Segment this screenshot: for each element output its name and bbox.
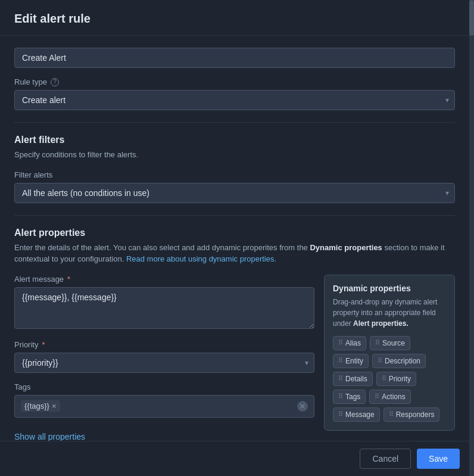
cancel-button[interactable]: Cancel — [360, 449, 411, 469]
edit-alert-rule-modal: Edit alert rule Rule type ? Create alert… — [0, 0, 474, 476]
prop-tag-label: Source — [382, 339, 405, 347]
rule-name-group — [14, 48, 455, 68]
tags-input-wrapper[interactable]: {{tags}} × ✕ — [14, 395, 314, 418]
alert-filters-desc: Specify conditions to filter the alerts. — [14, 149, 455, 161]
alert-properties-desc-pre: Enter the details of the alert. You can … — [14, 243, 310, 252]
drag-icon: ⠿ — [338, 357, 343, 365]
modal-header: Edit alert rule — [0, 0, 474, 36]
prop-tag-label: Alias — [345, 339, 361, 347]
prop-tag-label: Entity — [345, 357, 363, 365]
drag-icon: ⠿ — [382, 375, 386, 382]
drag-icon: ⠿ — [375, 339, 380, 347]
show-all-properties-link[interactable]: Show all properties — [14, 432, 85, 441]
dynamic-prop-tag-details[interactable]: ⠿Details — [333, 372, 373, 386]
alert-message-group: Alert message * — [14, 275, 314, 331]
prop-tag-label: Actions — [382, 393, 405, 401]
priority-select[interactable]: {{priority}} — [14, 353, 314, 373]
divider-2 — [14, 215, 455, 216]
dynamic-props-title: Dynamic properties — [333, 284, 446, 293]
dynamic-prop-tag-tags[interactable]: ⠿Tags — [333, 390, 366, 404]
prop-tag-label: Details — [345, 375, 367, 383]
tag-chip: {{tags}} × — [21, 400, 60, 412]
divider-1 — [14, 122, 455, 123]
dynamic-properties-panel: Dynamic properties Drag-and-drop any dyn… — [324, 275, 455, 431]
drag-icon: ⠿ — [338, 339, 343, 347]
alert-filters-title: Alert filters — [14, 135, 455, 145]
rule-type-label: Rule type ? — [14, 77, 455, 86]
scrollbar-thumb[interactable] — [469, 0, 474, 36]
rule-type-info-icon[interactable]: ? — [51, 78, 59, 86]
prop-tag-label: Description — [385, 357, 420, 365]
dynamic-prop-tag-priority[interactable]: ⠿Priority — [376, 372, 416, 386]
alert-properties-desc: Enter the details of the alert. You can … — [14, 242, 455, 265]
filter-alerts-group: Filter alerts All the alerts (no conditi… — [14, 170, 455, 203]
alert-properties-title: Alert properties — [14, 228, 455, 238]
alert-props-layout: Alert message * Priority * { — [14, 275, 455, 441]
prop-tag-label: Responders — [396, 410, 435, 419]
priority-label: Priority * — [14, 340, 314, 349]
alert-properties-section: Alert properties Enter the details of th… — [14, 228, 455, 441]
modal-footer: Cancel Save — [0, 441, 474, 476]
rule-type-select[interactable]: Create alert — [14, 90, 455, 110]
rule-type-select-wrapper: Create alert ▾ — [14, 90, 455, 110]
alert-message-textarea[interactable] — [14, 287, 314, 329]
dynamic-props-desc-bold: Alert properties. — [353, 319, 408, 328]
modal-title: Edit alert rule — [14, 12, 460, 26]
filter-alerts-select-wrapper: All the alerts (no conditions in use) ▾ — [14, 183, 455, 203]
drag-icon: ⠿ — [338, 393, 343, 400]
dynamic-props-tags: ⠿Alias⠿Source⠿Entity⠿Description⠿Details… — [333, 336, 446, 422]
prop-tag-label: Tags — [345, 393, 360, 401]
modal-body: Rule type ? Create alert ▾ Alert filters… — [0, 36, 474, 441]
alert-message-required: * — [67, 275, 70, 284]
drag-icon: ⠿ — [375, 393, 379, 400]
alert-filters-section: Alert filters Specify conditions to filt… — [14, 135, 455, 203]
dynamic-prop-tag-source[interactable]: ⠿Source — [370, 336, 410, 350]
drag-icon: ⠿ — [338, 375, 343, 382]
rule-name-input[interactable] — [14, 48, 455, 68]
tags-clear-button[interactable]: ✕ — [297, 401, 308, 412]
rule-type-group: Rule type ? Create alert ▾ — [14, 77, 455, 110]
tag-chip-value: {{tags}} — [24, 402, 49, 410]
filter-alerts-label: Filter alerts — [14, 170, 455, 179]
alert-properties-desc-bold: Dynamic properties — [310, 243, 382, 252]
dynamic-props-desc: Drag-and-drop any dynamic alert property… — [333, 297, 446, 329]
filter-alerts-select[interactable]: All the alerts (no conditions in use) — [14, 183, 455, 203]
tags-clear-icon: ✕ — [299, 402, 306, 411]
prop-tag-label: Priority — [389, 375, 411, 383]
alert-message-label: Alert message * — [14, 275, 314, 284]
dynamic-prop-tag-description[interactable]: ⠿Description — [372, 354, 426, 368]
dynamic-prop-tag-message[interactable]: ⠿Message — [333, 407, 380, 422]
priority-group: Priority * {{priority}} ▾ — [14, 340, 314, 373]
drag-icon: ⠿ — [378, 357, 382, 365]
drag-icon: ⠿ — [389, 410, 394, 418]
priority-select-wrapper: {{priority}} ▾ — [14, 353, 314, 373]
scrollbar-track[interactable] — [469, 0, 474, 476]
priority-required: * — [42, 340, 45, 349]
dynamic-prop-tag-alias[interactable]: ⠿Alias — [333, 336, 366, 350]
tags-label: Tags — [14, 382, 314, 391]
prop-tag-label: Message — [345, 410, 375, 419]
dynamic-prop-tag-actions[interactable]: ⠿Actions — [369, 390, 410, 404]
save-button[interactable]: Save — [417, 449, 460, 469]
dynamic-prop-tag-entity[interactable]: ⠿Entity — [333, 354, 369, 368]
drag-icon: ⠿ — [338, 410, 343, 418]
alert-props-left: Alert message * Priority * { — [14, 275, 314, 441]
tags-group: Tags {{tags}} × ✕ — [14, 382, 314, 418]
dynamic-prop-tag-responders[interactable]: ⠿Responders — [383, 407, 440, 422]
alert-properties-desc-link[interactable]: Read more about using dynamic properties… — [126, 254, 276, 263]
tag-chip-close-icon[interactable]: × — [52, 402, 57, 410]
